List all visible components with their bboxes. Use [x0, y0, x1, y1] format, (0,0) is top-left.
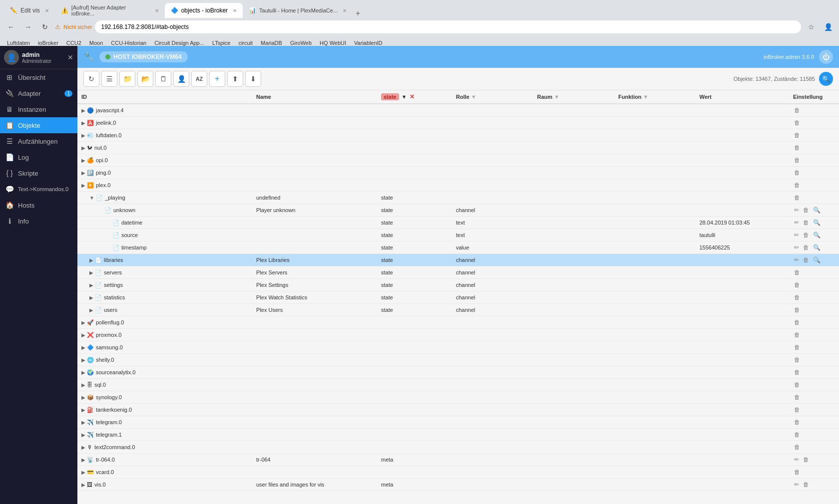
sidebar-item-ubersicht[interactable]: ⊞ Übersicht [0, 69, 77, 85]
tab-tautulli[interactable]: 📊 Tautulli - Home | PlexMediaCe... ✕ [243, 3, 353, 18]
address-input[interactable] [95, 20, 801, 33]
table-row[interactable]: ▶⛽tankerkoenig.0🗑 [77, 404, 839, 416]
expand-arrow[interactable]: ▶ [89, 307, 93, 313]
delete-button[interactable]: 🗑 [793, 306, 801, 314]
delete-button[interactable]: 🗑 [802, 231, 810, 239]
table-row[interactable]: ▶🌐shelly.0🗑 [77, 354, 839, 366]
expand-arrow[interactable]: ▶ [81, 407, 85, 413]
table-row[interactable]: ▶🍊opi.0🗑 [77, 154, 839, 167]
table-row[interactable]: ▼📄_playingundefinedstate🗑 [77, 192, 839, 204]
expand-arrow[interactable]: ▶ [81, 108, 85, 113]
search-button[interactable]: 🔍 [812, 219, 822, 227]
tab-close-btn[interactable]: ✕ [343, 8, 347, 13]
expand-arrow[interactable]: ▶ [81, 170, 85, 176]
sidebar-item-instanzen[interactable]: 🖥 Instanzen [0, 101, 77, 117]
delete-button[interactable]: 🗑 [793, 368, 801, 376]
user-button[interactable]: 👤 [173, 71, 189, 87]
search-button[interactable]: 🔍 [812, 231, 822, 239]
sort-az-button[interactable]: AZ [191, 71, 207, 87]
col-header-funktion[interactable]: Funktion ▼ [614, 90, 696, 104]
search-button[interactable]: 🔍 [819, 72, 833, 86]
delete-button[interactable]: 🗑 [793, 443, 801, 451]
list-view-button[interactable]: ☰ [101, 71, 117, 87]
state-filter-arrow[interactable]: ▼ [402, 94, 407, 100]
edit-button[interactable]: ✏ [793, 481, 800, 489]
folder-open-button[interactable]: 📂 [137, 71, 153, 87]
expand-arrow[interactable]: ▶ [81, 158, 85, 163]
expand-arrow[interactable]: ▶ [81, 183, 85, 188]
refresh-button[interactable]: ↻ [83, 71, 99, 87]
delete-button[interactable]: 🗑 [793, 318, 801, 326]
table-row[interactable]: ▶🅿️ping.0🗑 [77, 167, 839, 179]
sidebar-item-skripte[interactable]: { } Skripte [0, 165, 77, 181]
sidebar-item-log[interactable]: 📄 Log [0, 149, 77, 165]
delete-button[interactable]: 🗑 [793, 106, 801, 114]
sidebar-item-text-kommandos[interactable]: 💬 Text->Kommandos.0 [0, 181, 77, 197]
sidebar-item-hosts[interactable]: 🏠 Hosts [0, 197, 77, 213]
table-row[interactable]: ▶❌proxmox.0🗑 [77, 329, 839, 341]
delete-button[interactable]: 🗑 [802, 456, 810, 464]
table-row[interactable]: ▶🎙text2command.0🗑 [77, 441, 839, 454]
delete-button[interactable]: 🗑 [793, 393, 801, 401]
table-row[interactable]: ▶🚀pollenflug.0🗑 [77, 316, 839, 329]
table-row[interactable]: ▶📄settingsPlex Settingsstatechannel🗑 [77, 279, 839, 291]
expand-arrow[interactable]: ▶ [81, 445, 85, 450]
tab-edit-vis[interactable]: ✏️ Edit vis ✕ [4, 3, 55, 18]
expand-arrow[interactable]: ▶ [81, 470, 85, 475]
delete-button[interactable]: 🗑 [793, 381, 801, 389]
table-row[interactable]: ▶🐿nut.0🗑 [77, 142, 839, 154]
edit-button[interactable]: ✏ [793, 456, 800, 464]
table-row[interactable]: ▶🔵javascript.4🗑 [77, 104, 839, 117]
profile-button[interactable]: 👤 [821, 20, 835, 34]
expand-arrow[interactable]: ▶ [81, 370, 85, 375]
expand-arrow[interactable]: ▶ [81, 357, 85, 363]
expand-arrow[interactable]: ▶ [81, 482, 85, 488]
delete-button[interactable]: 🗑 [793, 194, 801, 202]
add-button[interactable]: + [209, 71, 225, 87]
search-button[interactable]: 🔍 [812, 256, 822, 264]
sidebar-item-adapter[interactable]: 🔌 Adapter 1 [0, 85, 77, 101]
table-row[interactable]: ▶📄usersPlex Usersstatechannel🗑 [77, 304, 839, 316]
tab-close-btn[interactable]: ✕ [233, 8, 237, 13]
table-row[interactable]: ▶✈️telegram.0🗑 [77, 416, 839, 429]
delete-button[interactable]: 🗑 [793, 468, 801, 476]
tab-adapter[interactable]: ⚠️ [Aufruf] Neuer Adapter ioBroke... ✕ [55, 3, 165, 18]
delete-button[interactable]: 🗑 [793, 281, 801, 289]
delete-button[interactable]: 🗑 [793, 181, 801, 189]
delete-button[interactable]: 🗑 [793, 131, 801, 139]
col-header-state[interactable]: state ▼ ✕ [377, 90, 452, 104]
expand-arrow[interactable]: ▶ [81, 133, 85, 138]
edit-button[interactable]: ✏ [793, 256, 800, 264]
expand-arrow[interactable]: ▶ [81, 382, 85, 388]
table-row[interactable]: ▶▶️plex.0🗑 [77, 179, 839, 192]
table-row[interactable]: ▶💳vcard.0🗑 [77, 466, 839, 479]
expand-arrow[interactable]: ▶ [89, 282, 93, 288]
delete-button[interactable]: 🗑 [802, 481, 810, 489]
col-header-raum[interactable]: Raum ▼ [533, 90, 615, 104]
table-row[interactable]: ▶💨luftdaten.0🗑 [77, 129, 839, 142]
expand-arrow[interactable]: ▶ [81, 395, 85, 400]
sidebar-item-aufzahlungen[interactable]: ☰ Aufzählungen [0, 133, 77, 149]
expand-arrow[interactable]: ▶ [81, 145, 85, 151]
table-row[interactable]: ▶🅰️jeelink.0🗑 [77, 117, 839, 129]
table-row[interactable]: ▶📄librariesPlex Librariesstatechannel✏🗑🔍 [77, 254, 839, 266]
edit-button[interactable]: ✏ [793, 219, 800, 227]
delete-button[interactable]: 🗑 [802, 219, 810, 227]
export-button[interactable]: ⬇ [245, 71, 261, 87]
expand-arrow[interactable]: ▶ [81, 432, 85, 438]
delete-button[interactable]: 🗑 [793, 431, 801, 439]
delete-button[interactable]: 🗑 [793, 293, 801, 301]
search-button[interactable]: 🔍 [812, 244, 822, 252]
table-row[interactable]: ▶📡tr-064.0tr-064meta✏🗑 [77, 454, 839, 466]
bookmark-button[interactable]: ☆ [804, 20, 818, 34]
search-button[interactable]: 🔍 [812, 206, 822, 214]
table-row[interactable]: 📄timestampstatevalue1556406225✏🗑🔍 [77, 242, 839, 254]
expand-arrow[interactable]: ▶ [81, 345, 85, 350]
sidebar-item-objekte[interactable]: 📋 Objekte [0, 117, 77, 133]
delete-button[interactable]: 🗑 [793, 119, 801, 127]
table-row[interactable]: ▶🗄sql.0🗑 [77, 379, 839, 391]
table-row[interactable]: ▶📦synology.0🗑 [77, 391, 839, 404]
table-row[interactable]: ▶✈️telegram.1🗑 [77, 429, 839, 441]
import-button[interactable]: ⬆ [227, 71, 243, 87]
expand-arrow[interactable]: ▼ [89, 195, 94, 201]
